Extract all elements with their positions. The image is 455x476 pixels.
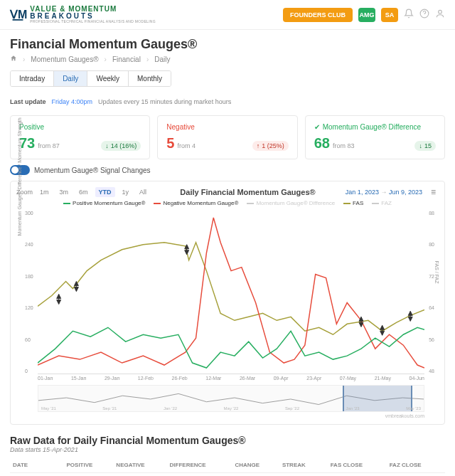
raw-data-table: DATEPOSITIVENEGATIVEDIFFERENCECHANGESTRE…: [10, 458, 445, 476]
logo-mark: V͟M: [10, 8, 27, 21]
logo[interactable]: V͟M VALUE & MOMENTUM BREAKOUTS PROFESSIO…: [10, 6, 156, 23]
column-header[interactable]: NEGATIVE: [113, 458, 166, 473]
last-update-time: Friday 4:00pm: [52, 98, 93, 105]
raw-data-title: Raw Data for Daily Financial Momentum Ga…: [10, 435, 445, 446]
column-header[interactable]: DATE: [10, 458, 64, 473]
svg-marker-10: [185, 250, 189, 255]
bell-icon[interactable]: [404, 9, 414, 21]
negative-change-chip: ↑ 1 (25%): [252, 141, 289, 151]
table-row: 09-Jun-2373568156 days60.9420.18: [10, 473, 445, 477]
column-header[interactable]: POSITIVE: [64, 458, 114, 473]
breadcrumb: › Momentum Gauges® › Financial › Daily: [10, 55, 445, 63]
chevron-right-icon: ›: [146, 55, 149, 63]
svg-marker-18: [408, 311, 412, 315]
column-header[interactable]: FAZ CLOSE: [387, 458, 445, 473]
svg-marker-13: [359, 322, 363, 327]
chevron-right-icon: ›: [105, 55, 107, 63]
tab-intraday[interactable]: Intraday: [11, 71, 54, 86]
chart-credit: vmbreakouts.com: [16, 413, 424, 418]
y-ticks: 300240180120600: [25, 211, 33, 374]
badge-sa[interactable]: SA: [381, 8, 398, 22]
legend-negative[interactable]: Negative Momentum Gauge®: [154, 200, 238, 206]
badge-amg[interactable]: AMG: [358, 8, 375, 22]
page-title: Financial Momentum Gauges®: [10, 37, 445, 52]
negative-value: 5: [166, 135, 174, 151]
zoom-all[interactable]: All: [136, 187, 150, 197]
positive-from: from 87: [38, 142, 60, 149]
column-header[interactable]: FAS CLOSE: [328, 458, 387, 473]
x-ticks: 01-Jan15-Jan29-Jan12-Feb26-Feb12-Mar26-M…: [38, 376, 424, 381]
svg-marker-19: [408, 317, 412, 321]
column-header[interactable]: DIFFERENCE: [167, 458, 232, 473]
svg-marker-15: [380, 325, 385, 329]
brand-sub: PROFESSIONAL TECHNICAL FINANCIAL ANALYSI…: [30, 20, 156, 23]
chart-navigator[interactable]: May '21Sep '21Jan '22May '22Sep '22Jan '…: [38, 385, 424, 412]
zoom-ytd[interactable]: YTD: [95, 187, 115, 197]
last-update-label: Last update: [10, 98, 46, 105]
legend-positive[interactable]: Positive Momentum Gauge®: [63, 200, 145, 206]
column-header[interactable]: STREAK: [279, 458, 328, 473]
help-icon[interactable]: [419, 9, 429, 21]
chart-title: Daily Financial Momentum Gauges®: [180, 188, 315, 196]
card-title: Negative: [166, 123, 288, 131]
column-header[interactable]: CHANGE: [232, 458, 279, 473]
check-icon: ✔: [314, 123, 320, 131]
founders-club-button[interactable]: FOUNDERS CLUB: [283, 8, 353, 22]
breadcrumb-item[interactable]: Momentum Gauges®: [31, 55, 98, 63]
user-icon[interactable]: [435, 9, 445, 21]
card-negative: Negative 5from 4 ↑ 1 (25%): [157, 115, 297, 159]
tab-weekly[interactable]: Weekly: [87, 71, 129, 86]
diff-from: from 83: [333, 142, 355, 149]
date-range[interactable]: Jan 1, 2023 → Jun 9, 2023: [346, 189, 422, 196]
svg-marker-16: [380, 331, 385, 335]
chart-menu-icon[interactable]: ≡: [428, 187, 439, 197]
breadcrumb-item[interactable]: Financial: [112, 55, 141, 63]
diff-value: 68: [314, 135, 330, 151]
y2-ticks: 888072645648: [429, 211, 434, 374]
update-note: Updates every 15 minutes during market h…: [98, 98, 231, 105]
legend-faz[interactable]: FAZ: [372, 200, 392, 206]
legend-difference[interactable]: Momentum Gauge® Difference: [247, 200, 335, 206]
svg-marker-4: [57, 300, 61, 304]
y2-axis-label: FAS / FAZ: [435, 260, 440, 283]
svg-point-1: [439, 10, 442, 14]
y-axis-label: Momentum Gauge® Difference / Momentum St…: [17, 117, 22, 236]
tab-monthly[interactable]: Monthly: [129, 71, 171, 86]
breadcrumb-item[interactable]: Daily: [154, 55, 170, 63]
positive-change-chip: ↓ 14 (16%): [101, 141, 141, 151]
toggle-label: Momentum Gauge® Signal Changes: [34, 166, 151, 174]
card-positive: Positive 73from 87 ↓ 14 (16%): [10, 115, 150, 159]
diff-change-chip: ↓ 15: [414, 141, 436, 151]
chart-plot[interactable]: Momentum Gauge® Difference / Momentum St…: [38, 211, 424, 374]
negative-from: from 4: [177, 142, 196, 149]
data-start-note: Data starts 15-Apr-2021: [10, 446, 445, 453]
zoom-3m[interactable]: 3m: [56, 187, 73, 197]
svg-marker-3: [57, 294, 61, 298]
card-difference: ✔Momentum Gauge® Difference 68from 83 ↓ …: [305, 115, 445, 159]
home-icon[interactable]: [10, 55, 17, 63]
zoom-1y[interactable]: 1y: [119, 187, 133, 197]
chevron-right-icon: ›: [23, 55, 25, 63]
zoom-6m[interactable]: 6m: [75, 187, 92, 197]
card-title: Positive: [19, 123, 141, 131]
tab-bar: Intraday Daily Weekly Monthly: [10, 70, 171, 87]
svg-marker-7: [74, 287, 78, 292]
zoom-1m[interactable]: 1m: [36, 187, 53, 197]
legend-fas[interactable]: FAS: [343, 200, 363, 206]
tab-daily[interactable]: Daily: [54, 71, 87, 86]
card-title: ✔Momentum Gauge® Difference: [314, 123, 436, 131]
chart-container: Zoom 1m 3m 6m YTD 1y All Daily Financial…: [10, 181, 445, 425]
